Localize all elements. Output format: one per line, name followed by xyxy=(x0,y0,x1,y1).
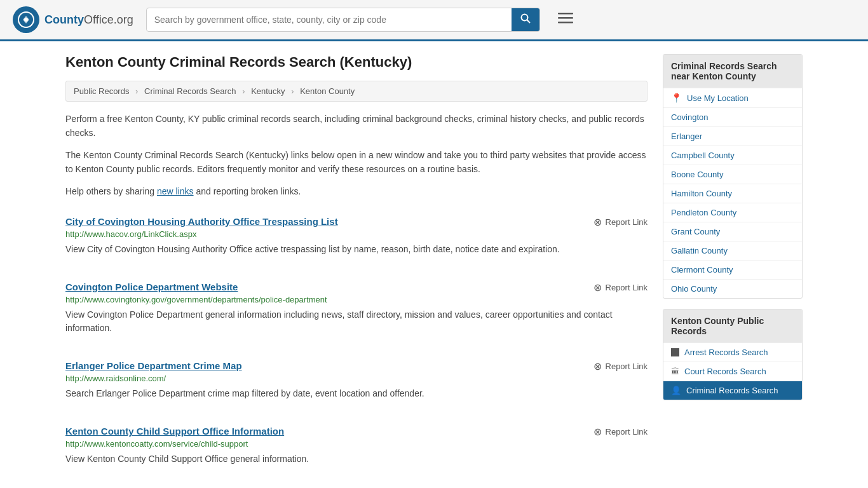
result-title-3[interactable]: Erlanger Police Department Crime Map xyxy=(65,360,242,371)
report-icon-4: ⊗ xyxy=(593,426,602,438)
report-icon-2: ⊗ xyxy=(593,281,602,294)
nearby-ohio-county[interactable]: Ohio County xyxy=(663,279,802,298)
nearby-pendleton-county[interactable]: Pendleton County xyxy=(663,203,802,222)
breadcrumb-criminal-records[interactable]: Criminal Records Search xyxy=(144,86,236,96)
svg-rect-6 xyxy=(558,22,573,24)
desc-para-2: The Kenton County Criminal Records Searc… xyxy=(65,148,648,177)
result-url-2[interactable]: http://www.covingtonky.gov/government/de… xyxy=(65,295,648,304)
nearby-gallatin-county[interactable]: Gallatin County xyxy=(663,241,802,260)
breadcrumb: Public Records › Criminal Records Search… xyxy=(65,81,648,102)
nearby-hamilton-county[interactable]: Hamilton County xyxy=(663,184,802,203)
result-url-4[interactable]: http://www.kentoncoatty.com/service/chil… xyxy=(65,439,648,449)
result-header-3: Erlanger Police Department Crime Map ⊗ R… xyxy=(65,360,648,374)
court-records-item[interactable]: 🏛 Court Records Search xyxy=(663,362,802,381)
svg-line-3 xyxy=(527,20,530,24)
svg-point-1 xyxy=(24,18,28,22)
report-link-2[interactable]: ⊗ Report Link xyxy=(593,281,648,294)
court-records-link[interactable]: Court Records Search xyxy=(684,367,766,376)
main-container: Kenton County Criminal Records Search (K… xyxy=(53,41,815,488)
results-list: City of Covington Housing Authority Offi… xyxy=(65,216,648,488)
svg-rect-5 xyxy=(558,17,573,19)
result-url-3[interactable]: http://www.raidsonline.com/ xyxy=(65,374,648,383)
criminal-records-icon: 👤 xyxy=(671,386,681,395)
logo-text: CountyOffice.org xyxy=(44,13,133,27)
search-bar xyxy=(146,8,540,32)
location-icon: 📍 xyxy=(671,93,682,103)
result-desc-1: View City of Covington Housing Authority… xyxy=(65,243,648,256)
result-title-4[interactable]: Kenton County Child Support Office Infor… xyxy=(65,426,284,437)
result-item-1: City of Covington Housing Authority Offi… xyxy=(65,216,648,266)
desc-para-3: Help others by sharing new links and rep… xyxy=(65,184,648,198)
criminal-records-item[interactable]: 👤 Criminal Records Search xyxy=(663,381,802,400)
use-location-item[interactable]: 📍 Use My Location xyxy=(663,88,802,107)
search-input[interactable] xyxy=(147,10,512,30)
arrest-records-item[interactable]: Arrest Records Search xyxy=(663,342,802,362)
breadcrumb-public-records[interactable]: Public Records xyxy=(74,86,129,96)
svg-point-2 xyxy=(521,15,527,21)
search-button[interactable] xyxy=(512,8,539,31)
report-icon-3: ⊗ xyxy=(593,360,602,372)
nearby-clermont-county[interactable]: Clermont County xyxy=(663,260,802,279)
desc-para-1: Perform a free Kenton County, KY public … xyxy=(65,112,648,140)
logo[interactable]: CountyOffice.org xyxy=(13,6,133,33)
breadcrumb-kentucky[interactable]: Kentucky xyxy=(251,86,285,96)
result-desc-3: Search Erlanger Police Department crime … xyxy=(65,387,648,400)
court-records-icon: 🏛 xyxy=(671,367,679,376)
nearby-section: Criminal Records Search near Kenton Coun… xyxy=(663,54,803,299)
logo-icon xyxy=(13,6,39,33)
site-header: CountyOffice.org xyxy=(0,0,868,41)
nearby-grant-county[interactable]: Grant County xyxy=(663,222,802,241)
hamburger-menu-button[interactable] xyxy=(553,8,578,32)
arrest-records-icon xyxy=(671,348,679,356)
arrest-records-link[interactable]: Arrest Records Search xyxy=(684,348,768,357)
result-item-2: Covington Police Department Website ⊗ Re… xyxy=(65,281,648,345)
breadcrumb-sep-1: › xyxy=(135,86,138,96)
sidebar: Criminal Records Search near Kenton Coun… xyxy=(663,54,803,488)
result-item-3: Erlanger Police Department Crime Map ⊗ R… xyxy=(65,360,648,410)
report-link-4[interactable]: ⊗ Report Link xyxy=(593,426,648,438)
result-item-4: Kenton County Child Support Office Infor… xyxy=(65,426,648,476)
result-url-1[interactable]: http://www.hacov.org/LinkClick.aspx xyxy=(65,229,648,239)
nearby-erlanger[interactable]: Erlanger xyxy=(663,126,802,146)
result-desc-2: View Covington Police Department general… xyxy=(65,308,648,335)
page-title: Kenton County Criminal Records Search (K… xyxy=(65,54,648,71)
breadcrumb-sep-3: › xyxy=(291,86,294,96)
content-area: Kenton County Criminal Records Search (K… xyxy=(65,54,648,488)
public-records-header: Kenton County Public Records xyxy=(663,309,802,342)
breadcrumb-current: Kenton County xyxy=(300,86,355,96)
criminal-records-link[interactable]: Criminal Records Search xyxy=(686,386,778,395)
nearby-boone-county[interactable]: Boone County xyxy=(663,165,802,184)
public-records-section: Kenton County Public Records Arrest Reco… xyxy=(663,309,803,400)
report-icon-1: ⊗ xyxy=(593,216,602,228)
nearby-covington[interactable]: Covington xyxy=(663,107,802,126)
report-link-1[interactable]: ⊗ Report Link xyxy=(593,216,648,228)
new-links-link[interactable]: new links xyxy=(157,186,194,196)
report-link-3[interactable]: ⊗ Report Link xyxy=(593,360,648,372)
svg-rect-4 xyxy=(558,13,573,15)
result-header-2: Covington Police Department Website ⊗ Re… xyxy=(65,281,648,295)
description-block: Perform a free Kenton County, KY public … xyxy=(65,112,648,198)
nearby-campbell-county[interactable]: Campbell County xyxy=(663,146,802,165)
nearby-section-header: Criminal Records Search near Kenton Coun… xyxy=(663,55,802,88)
result-title-2[interactable]: Covington Police Department Website xyxy=(65,281,238,292)
result-header-1: City of Covington Housing Authority Offi… xyxy=(65,216,648,229)
result-header-4: Kenton County Child Support Office Infor… xyxy=(65,426,648,439)
result-title-1[interactable]: City of Covington Housing Authority Offi… xyxy=(65,216,338,227)
use-location-link[interactable]: Use My Location xyxy=(687,93,749,103)
breadcrumb-sep-2: › xyxy=(242,86,245,96)
result-desc-4: View Kenton County Child Support Office … xyxy=(65,452,648,466)
